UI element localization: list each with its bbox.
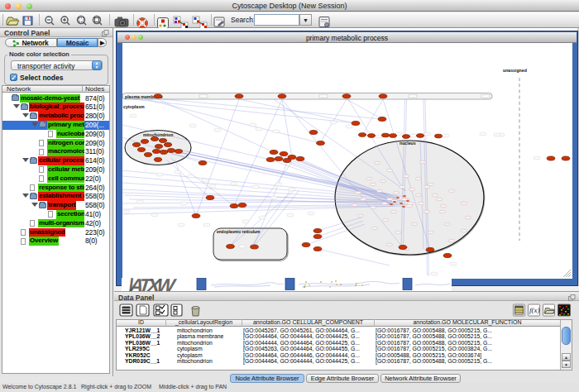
svg-text:\ATXW: \ATXW — [125, 278, 179, 291]
svg-text:unassigned: unassigned — [503, 68, 527, 73]
svg-text:cytoplasm: cytoplasm — [123, 104, 145, 109]
svg-text:f(x): f(x) — [529, 306, 540, 314]
svg-text:endoplasmic reticulum: endoplasmic reticulum — [217, 230, 260, 234]
svg-text:nucleus: nucleus — [400, 141, 416, 146]
svg-text:mitochondrion: mitochondrion — [143, 132, 173, 137]
